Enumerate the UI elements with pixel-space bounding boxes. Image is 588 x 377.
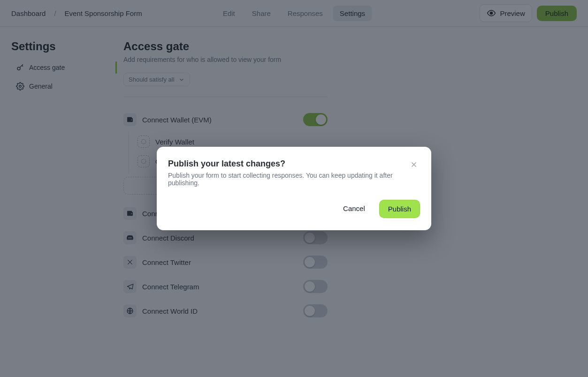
modal-subtitle: Publish your form to start collecting re… <box>168 172 408 187</box>
modal-overlay[interactable]: Publish your latest changes? Publish you… <box>0 0 588 377</box>
modal-publish-button[interactable]: Publish <box>379 200 420 218</box>
publish-modal: Publish your latest changes? Publish you… <box>157 147 431 230</box>
close-icon[interactable] <box>408 158 420 171</box>
cancel-button[interactable]: Cancel <box>335 200 374 218</box>
modal-actions: Cancel Publish <box>168 200 420 218</box>
modal-title: Publish your latest changes? <box>168 159 408 169</box>
